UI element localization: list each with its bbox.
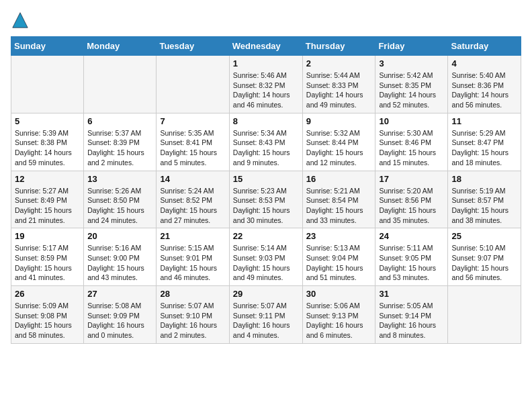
sunrise-text: Sunrise: 5:34 AM (233, 128, 299, 138)
day-info: Sunrise: 5:37 AMSunset: 8:39 PMDaylight:… (87, 128, 152, 168)
daylight-text: Daylight: 16 hours and 0 minutes. (87, 320, 152, 340)
day-number: 26 (15, 289, 80, 299)
sunrise-text: Sunrise: 5:09 AM (15, 301, 80, 311)
calendar-cell: 4Sunrise: 5:40 AMSunset: 8:36 PMDaylight… (448, 56, 521, 113)
sunset-text: Sunset: 8:50 PM (87, 195, 152, 205)
sunset-text: Sunset: 8:47 PM (451, 138, 517, 148)
calendar-week-row: 19Sunrise: 5:17 AMSunset: 8:59 PMDayligh… (11, 228, 521, 286)
sunrise-text: Sunrise: 5:46 AM (233, 71, 299, 81)
sunset-text: Sunset: 9:05 PM (379, 253, 444, 263)
calendar-cell: 1Sunrise: 5:46 AMSunset: 8:32 PMDaylight… (229, 56, 302, 113)
calendar-cell: 9Sunrise: 5:32 AMSunset: 8:44 PMDaylight… (302, 113, 375, 171)
day-number: 3 (379, 58, 444, 68)
daylight-text: Daylight: 15 hours and 38 minutes. (451, 205, 517, 225)
day-info: Sunrise: 5:16 AMSunset: 9:00 PMDaylight:… (87, 243, 152, 283)
daylight-text: Daylight: 15 hours and 49 minutes. (233, 263, 299, 283)
sunrise-text: Sunrise: 5:15 AM (160, 243, 225, 253)
calendar-cell: 13Sunrise: 5:26 AMSunset: 8:50 PMDayligh… (84, 171, 157, 228)
sunset-text: Sunset: 8:52 PM (160, 195, 225, 205)
sunrise-text: Sunrise: 5:06 AM (306, 301, 372, 311)
calendar-week-row: 5Sunrise: 5:39 AMSunset: 8:38 PMDaylight… (11, 113, 521, 171)
day-number: 14 (160, 174, 225, 184)
day-number: 25 (451, 231, 517, 241)
daylight-text: Daylight: 15 hours and 30 minutes. (233, 205, 299, 225)
day-number: 20 (87, 231, 152, 241)
daylight-text: Daylight: 15 hours and 12 minutes. (306, 148, 372, 167)
daylight-text: Daylight: 15 hours and 5 minutes. (160, 148, 225, 167)
daylight-text: Daylight: 16 hours and 6 minutes. (306, 320, 372, 340)
day-info: Sunrise: 5:24 AMSunset: 8:52 PMDaylight:… (160, 186, 225, 226)
sunset-text: Sunset: 8:54 PM (306, 195, 372, 205)
sunrise-text: Sunrise: 5:42 AM (379, 71, 444, 81)
calendar-cell (84, 56, 157, 113)
sunrise-text: Sunrise: 5:23 AM (233, 186, 299, 196)
daylight-text: Daylight: 15 hours and 15 minutes. (379, 148, 444, 167)
day-of-week-header: Tuesday (157, 37, 229, 56)
sunrise-text: Sunrise: 5:11 AM (379, 243, 444, 253)
day-number: 27 (87, 289, 152, 299)
sunset-text: Sunset: 9:07 PM (451, 253, 517, 263)
logo (11, 11, 31, 30)
daylight-text: Daylight: 15 hours and 56 minutes. (451, 263, 517, 283)
day-info: Sunrise: 5:27 AMSunset: 8:49 PMDaylight:… (15, 186, 80, 226)
day-info: Sunrise: 5:15 AMSunset: 9:01 PMDaylight:… (160, 243, 225, 283)
day-number: 5 (15, 116, 80, 126)
calendar-cell: 19Sunrise: 5:17 AMSunset: 8:59 PMDayligh… (11, 228, 84, 286)
calendar-cell: 11Sunrise: 5:29 AMSunset: 8:47 PMDayligh… (448, 113, 521, 171)
day-number: 30 (306, 289, 372, 299)
page-header (11, 11, 521, 30)
day-info: Sunrise: 5:34 AMSunset: 8:43 PMDaylight:… (233, 128, 299, 168)
daylight-text: Daylight: 15 hours and 24 minutes. (87, 205, 152, 225)
calendar-cell: 15Sunrise: 5:23 AMSunset: 8:53 PMDayligh… (229, 171, 302, 228)
day-info: Sunrise: 5:07 AMSunset: 9:10 PMDaylight:… (160, 301, 225, 340)
day-number: 9 (306, 116, 372, 126)
daylight-text: Daylight: 15 hours and 33 minutes. (306, 205, 372, 225)
sunset-text: Sunset: 8:44 PM (306, 138, 372, 148)
sunset-text: Sunset: 9:14 PM (379, 311, 444, 321)
daylight-text: Daylight: 15 hours and 43 minutes. (87, 263, 152, 283)
day-of-week-header: Wednesday (229, 37, 302, 56)
calendar-week-row: 26Sunrise: 5:09 AMSunset: 9:08 PMDayligh… (11, 286, 521, 344)
sunset-text: Sunset: 8:59 PM (15, 253, 80, 263)
sunset-text: Sunset: 9:10 PM (160, 311, 225, 321)
day-of-week-header: Saturday (448, 37, 521, 56)
day-info: Sunrise: 5:29 AMSunset: 8:47 PMDaylight:… (451, 128, 517, 168)
day-number: 1 (233, 58, 299, 68)
calendar-cell: 28Sunrise: 5:07 AMSunset: 9:10 PMDayligh… (157, 286, 229, 344)
sunrise-text: Sunrise: 5:30 AM (379, 128, 444, 138)
calendar-cell: 21Sunrise: 5:15 AMSunset: 9:01 PMDayligh… (157, 228, 229, 286)
calendar-cell: 14Sunrise: 5:24 AMSunset: 8:52 PMDayligh… (157, 171, 229, 228)
day-number: 10 (379, 116, 444, 126)
sunrise-text: Sunrise: 5:40 AM (451, 71, 517, 81)
sunrise-text: Sunrise: 5:10 AM (451, 243, 517, 253)
day-of-week-header: Sunday (11, 37, 84, 56)
calendar-cell: 16Sunrise: 5:21 AMSunset: 8:54 PMDayligh… (302, 171, 375, 228)
daylight-text: Daylight: 14 hours and 49 minutes. (306, 90, 372, 109)
day-number: 15 (233, 174, 299, 184)
sunset-text: Sunset: 8:43 PM (233, 138, 299, 148)
daylight-text: Daylight: 15 hours and 46 minutes. (160, 263, 225, 283)
calendar-table: SundayMondayTuesdayWednesdayThursdayFrid… (11, 36, 521, 344)
day-number: 18 (451, 174, 517, 184)
day-info: Sunrise: 5:23 AMSunset: 8:53 PMDaylight:… (233, 186, 299, 226)
sunrise-text: Sunrise: 5:16 AM (87, 243, 152, 253)
day-number: 19 (15, 231, 80, 241)
svg-marker-0 (13, 13, 28, 28)
calendar-cell: 29Sunrise: 5:07 AMSunset: 9:11 PMDayligh… (229, 286, 302, 344)
day-info: Sunrise: 5:09 AMSunset: 9:08 PMDaylight:… (15, 301, 80, 340)
daylight-text: Daylight: 15 hours and 35 minutes. (379, 205, 444, 225)
sunrise-text: Sunrise: 5:39 AM (15, 128, 80, 138)
day-number: 7 (160, 116, 225, 126)
daylight-text: Daylight: 15 hours and 58 minutes. (15, 320, 80, 340)
sunrise-text: Sunrise: 5:05 AM (379, 301, 444, 311)
sunrise-text: Sunrise: 5:14 AM (233, 243, 299, 253)
sunset-text: Sunset: 8:49 PM (15, 195, 80, 205)
day-info: Sunrise: 5:32 AMSunset: 8:44 PMDaylight:… (306, 128, 372, 168)
sunset-text: Sunset: 8:53 PM (233, 195, 299, 205)
calendar-cell: 31Sunrise: 5:05 AMSunset: 9:14 PMDayligh… (375, 286, 448, 344)
calendar-cell: 17Sunrise: 5:20 AMSunset: 8:56 PMDayligh… (375, 171, 448, 228)
sunrise-text: Sunrise: 5:37 AM (87, 128, 152, 138)
day-info: Sunrise: 5:35 AMSunset: 8:41 PMDaylight:… (160, 128, 225, 168)
sunrise-text: Sunrise: 5:32 AM (306, 128, 372, 138)
sunrise-text: Sunrise: 5:17 AM (15, 243, 80, 253)
